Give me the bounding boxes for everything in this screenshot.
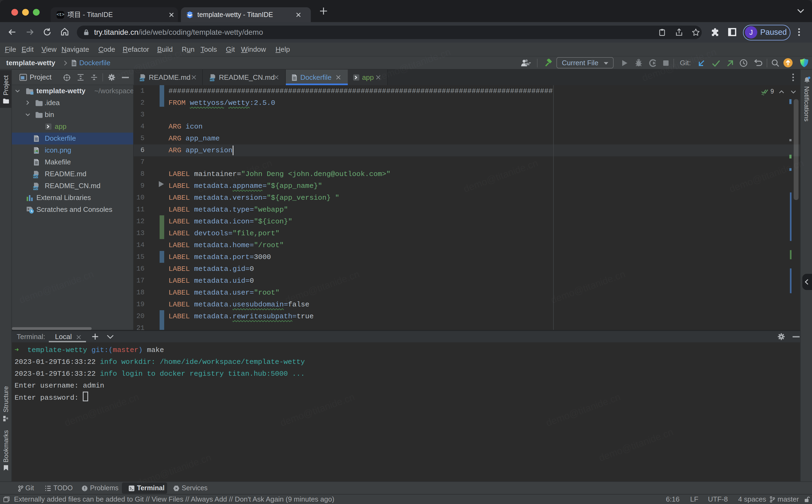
svg-text:MD: MD [140,78,144,81]
svg-text:MD: MD [33,175,38,178]
svg-text:MD: MD [33,187,38,190]
svg-text:MD: MD [210,78,214,81]
